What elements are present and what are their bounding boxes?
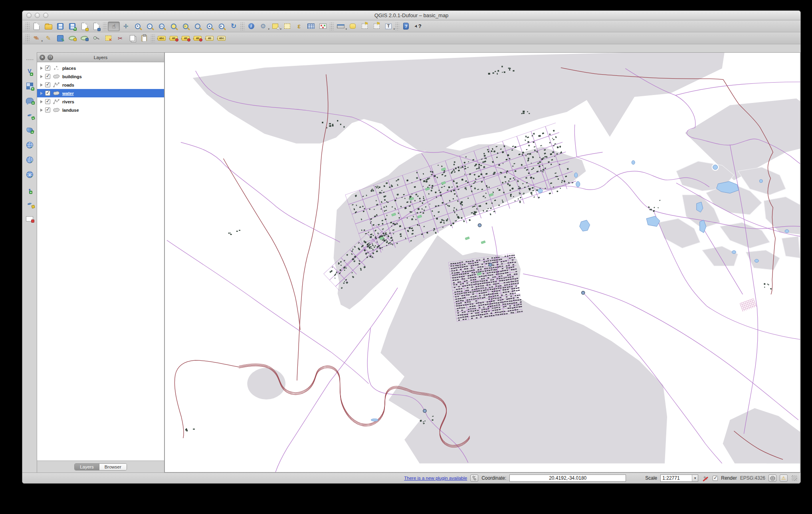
current-edits-button[interactable]: ✎✎▾ <box>30 34 42 43</box>
layer-label[interactable]: landuse <box>62 108 79 113</box>
expander-icon[interactable] <box>40 67 43 70</box>
layer-visibility-checkbox[interactable] <box>45 107 50 113</box>
layer-visibility-checkbox[interactable] <box>45 99 50 104</box>
plugin-update-link[interactable]: There is a new plugin available <box>404 476 467 480</box>
add-raster-layer-button[interactable]: + <box>24 81 35 91</box>
message-log-button[interactable]: ⚠ <box>780 474 788 482</box>
deselect-features-button[interactable] <box>281 22 293 31</box>
run-feature-action-button[interactable]: ⚙▾ <box>257 22 269 31</box>
move-label-button[interactable]: ab <box>192 34 204 43</box>
layer-visibility-checkbox[interactable] <box>45 82 50 87</box>
expander-icon[interactable] <box>40 83 43 87</box>
composer-manager-button[interactable] <box>90 22 102 31</box>
render-checkbox[interactable] <box>713 476 718 481</box>
add-mssql-layer-button[interactable]: + <box>24 125 35 135</box>
layer-label[interactable]: water <box>62 91 74 96</box>
map-canvas[interactable] <box>164 52 800 472</box>
copy-features-button[interactable] <box>126 34 138 43</box>
layer-row-landuse[interactable]: landuse <box>37 106 164 114</box>
expander-icon[interactable] <box>40 100 43 103</box>
layer-label[interactable]: roads <box>62 83 74 87</box>
toggle-editing-button[interactable]: ✎ <box>42 34 54 43</box>
new-shapefile-layer-button[interactable] <box>24 214 35 223</box>
pan-to-selection-button[interactable]: ✛ <box>120 22 132 31</box>
zoom-to-selection-button[interactable]: ▪ <box>180 22 192 31</box>
titlebar[interactable]: QGIS 2.0.1-Dufour – basic_map <box>22 11 800 20</box>
zoom-full-extent-button[interactable] <box>168 22 180 31</box>
zoom-window-button[interactable] <box>43 13 48 18</box>
measure-button[interactable]: ▾ <box>335 22 347 31</box>
tab-layers[interactable]: Layers <box>75 464 99 470</box>
paste-features-button[interactable] <box>138 34 150 43</box>
save-project-button[interactable] <box>54 22 66 31</box>
zoom-out-button[interactable]: − <box>144 22 156 31</box>
refresh-button[interactable]: ↻ <box>228 22 240 31</box>
scale-combo[interactable]: 1:22771 ▼ <box>660 474 698 482</box>
layer-row-places[interactable]: places <box>37 64 164 72</box>
add-vector-layer-button[interactable]: V+ <box>24 66 35 76</box>
attribute-table-button[interactable] <box>305 22 317 31</box>
stop-render-icon[interactable]: ✎ <box>701 475 709 481</box>
rotate-label-button[interactable]: ab <box>204 34 216 43</box>
add-spatialite-layer-button[interactable]: ✒+ <box>24 111 35 120</box>
chevron-down-icon[interactable]: ▼ <box>692 475 698 481</box>
expander-icon[interactable] <box>40 92 43 95</box>
resize-grip-icon[interactable] <box>792 475 797 481</box>
node-tool-button[interactable] <box>90 34 102 43</box>
highlight-pinned-labels-button[interactable]: ab <box>180 34 192 43</box>
layer-visibility-checkbox[interactable] <box>45 74 50 79</box>
layer-row-buildings[interactable]: buildings <box>37 72 164 81</box>
move-feature-button[interactable] <box>78 34 90 43</box>
layer-label[interactable]: rivers <box>62 99 74 104</box>
layer-label[interactable]: buildings <box>62 74 82 79</box>
plugin-icon[interactable] <box>470 474 478 482</box>
new-project-button[interactable] <box>30 22 42 31</box>
field-calculator-button[interactable] <box>317 22 329 31</box>
zoom-to-layer-button[interactable] <box>192 22 204 31</box>
labeling-options-button[interactable]: abc <box>156 34 168 43</box>
add-postgis-layer-button[interactable]: + <box>24 96 35 105</box>
save-layer-edits-button[interactable] <box>54 34 66 43</box>
layer-visibility-checkbox[interactable] <box>45 91 50 96</box>
crs-globe-button[interactable] <box>768 474 776 482</box>
expander-icon[interactable] <box>40 75 43 78</box>
new-bookmark-button[interactable] <box>358 22 370 31</box>
add-delimited-text-layer-button[interactable]: ,+ <box>24 184 35 194</box>
select-by-expression-button[interactable]: ε <box>293 22 305 31</box>
zoom-last-button[interactable]: ◂ <box>204 22 216 31</box>
zoom-actual-button[interactable]: 1:1 <box>156 22 168 31</box>
delete-selected-button[interactable] <box>102 34 114 43</box>
identify-button[interactable]: i <box>245 22 257 31</box>
zoom-in-button[interactable]: + <box>132 22 144 31</box>
layer-row-rivers[interactable]: rivers <box>37 97 164 106</box>
coordinate-field[interactable]: 20.4192,-34.0180 <box>509 474 626 482</box>
add-feature-button[interactable] <box>66 34 78 43</box>
add-wcs-layer-button[interactable]: + <box>24 155 35 164</box>
new-bookmark-icon <box>362 24 368 29</box>
add-wfs-layer-button[interactable]: + <box>24 170 35 179</box>
layer-row-roads[interactable]: roads <box>37 81 164 89</box>
help-button[interactable]: ? <box>400 22 412 31</box>
close-window-button[interactable] <box>26 13 32 18</box>
pan-map-button[interactable]: ☝ <box>108 22 120 31</box>
cut-features-button[interactable]: ✂ <box>114 34 126 43</box>
add-wms-layer-button[interactable]: + <box>24 140 35 150</box>
text-annotation-button[interactable]: ▾ <box>382 22 394 31</box>
open-project-button[interactable] <box>42 22 54 31</box>
show-bookmarks-button[interactable] <box>370 22 382 31</box>
expander-icon[interactable] <box>40 109 43 112</box>
save-project-as-button[interactable]: + <box>66 22 78 31</box>
zoom-next-button[interactable]: ▸ <box>216 22 228 31</box>
map-tips-button[interactable] <box>347 22 358 31</box>
new-print-composer-button[interactable] <box>78 22 90 31</box>
whats-this-button[interactable]: ? <box>412 22 424 31</box>
tab-browser[interactable]: Browser <box>99 464 127 470</box>
layer-visibility-checkbox[interactable] <box>45 65 50 71</box>
minimize-window-button[interactable] <box>35 13 40 18</box>
select-features-button[interactable]: ▾ <box>269 22 281 31</box>
layer-row-water[interactable]: water <box>37 89 164 97</box>
new-spatialite-layer-button[interactable]: ✒ <box>24 199 35 209</box>
layer-label[interactable]: places <box>62 66 76 71</box>
pin-label-button[interactable]: ab <box>168 34 180 43</box>
change-label-button[interactable]: abc <box>216 34 228 43</box>
